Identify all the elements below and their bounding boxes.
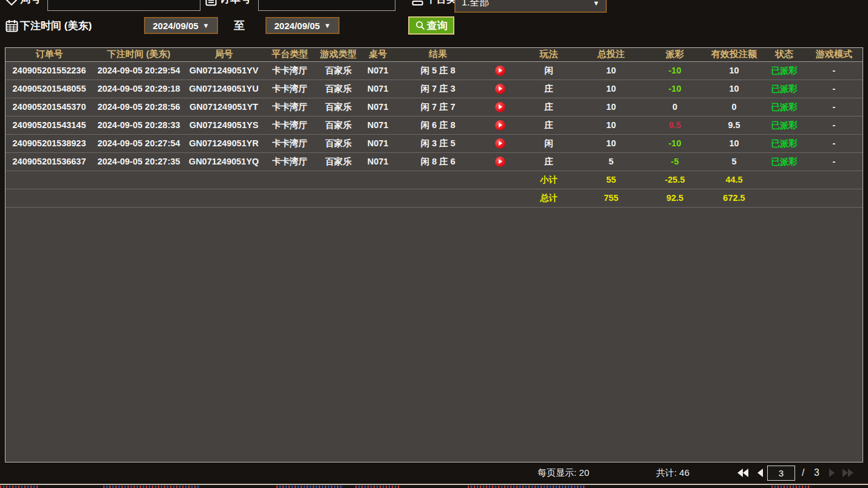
- cell-total-bet: 5: [578, 152, 644, 171]
- cell-total-bet: 10: [578, 61, 644, 80]
- cell-status: 已派彩: [763, 134, 805, 152]
- grand-total-payout: 92.5: [644, 189, 705, 207]
- last-page-button[interactable]: [841, 467, 855, 479]
- play-icon: [498, 104, 502, 109]
- bet-time-label: 下注时间 (美东): [20, 15, 92, 36]
- cell-play: 庄: [520, 116, 578, 134]
- cell-bet-time: 2024-09-05 20:27:35: [93, 152, 185, 171]
- play-icon: [498, 141, 502, 146]
- search-button[interactable]: 查询: [408, 16, 454, 35]
- play-replay-button[interactable]: [495, 84, 505, 94]
- cell-order-id: 240905201543145: [5, 116, 93, 134]
- round-input[interactable]: [47, 0, 200, 11]
- order-input[interactable]: [258, 0, 395, 11]
- background-divider: [0, 484, 868, 485]
- page-number-input[interactable]: [767, 466, 795, 481]
- round-field-label: 局号: [20, 0, 41, 11]
- cell-game-type: 百家乐: [316, 152, 360, 171]
- table-row: 240905201545370 2024-09-05 20:28:56 GN07…: [5, 98, 863, 116]
- cell-platform: 卡卡湾厅: [263, 61, 316, 80]
- cell-round-id: GN071249051YU: [185, 80, 263, 98]
- col-game-type: 游戏类型: [316, 48, 360, 61]
- play-replay-button[interactable]: [495, 102, 505, 112]
- background-roadmap-dots: [468, 486, 586, 488]
- cell-bet-time: 2024-09-05 20:28:33: [93, 116, 185, 134]
- cell-game-mode: -: [805, 98, 863, 116]
- date-from-value: 2024/09/05: [153, 21, 199, 31]
- play-replay-button[interactable]: [495, 66, 505, 76]
- first-page-button[interactable]: [736, 467, 750, 479]
- platform-card-icon: [411, 0, 424, 11]
- col-result: 结果: [395, 48, 480, 61]
- cell-table-no: N071: [360, 61, 395, 80]
- cell-table-no: N071: [360, 152, 395, 171]
- play-replay-button[interactable]: [495, 138, 505, 149]
- cell-total-bet: 10: [578, 80, 644, 98]
- col-payout: 派彩: [644, 48, 705, 61]
- next-page-icon: [829, 469, 835, 477]
- grand-total-row: 总计 755 92.5 672.5: [5, 189, 863, 207]
- chevron-down-icon: ▼: [324, 22, 331, 29]
- date-from-picker[interactable]: 2024/09/05 ▼: [144, 17, 218, 34]
- col-play: 玩法: [520, 48, 578, 61]
- cell-result: 闲 3 庄 5: [395, 134, 480, 152]
- cell-valid-bet: 5: [705, 152, 763, 171]
- cell-payout: -10: [644, 61, 705, 80]
- first-page-icon: [737, 469, 749, 477]
- cell-game-type: 百家乐: [316, 98, 360, 116]
- cell-valid-bet: 9.5: [705, 116, 763, 134]
- date-to-value: 2024/09/05: [275, 21, 320, 31]
- play-replay-button[interactable]: [495, 157, 505, 167]
- cell-payout: 9.5: [644, 116, 705, 134]
- cell-status: 已派彩: [763, 98, 805, 116]
- chevron-down-icon: ▼: [203, 22, 210, 29]
- col-order-id: 订单号: [5, 48, 93, 61]
- cell-payout: -10: [644, 80, 705, 98]
- cell-round-id: GN071249051YT: [185, 98, 263, 116]
- cell-status: 已派彩: [763, 80, 805, 98]
- table-row: 240905201552236 2024-09-05 20:29:54 GN07…: [5, 61, 863, 80]
- play-replay-button[interactable]: [495, 120, 505, 130]
- play-icon: [498, 123, 502, 127]
- col-status: 状态: [763, 48, 805, 61]
- cell-status: 已派彩: [763, 116, 805, 134]
- col-valid-bet: 有效投注额: [705, 48, 763, 61]
- date-to-picker[interactable]: 2024/09/05 ▼: [265, 17, 340, 34]
- cell-table-no: N071: [360, 98, 395, 116]
- grand-total-label: 总计: [520, 189, 578, 207]
- cell-game-type: 百家乐: [316, 61, 360, 80]
- subtotal-payout: -25.5: [644, 171, 705, 189]
- play-icon: [498, 68, 502, 73]
- cell-play: 庄: [520, 80, 578, 98]
- cell-game-mode: -: [805, 61, 863, 80]
- cell-game-type: 百家乐: [316, 80, 360, 98]
- platform-select[interactable]: 1.全部 ▼: [454, 0, 607, 13]
- subtotal-label: 小计: [520, 171, 578, 189]
- platform-select-value: 1.全部: [462, 0, 489, 9]
- cell-round-id: GN071249051YR: [185, 134, 263, 152]
- cell-bet-time: 2024-09-05 20:29:54: [93, 61, 185, 80]
- background-roadmap-dots: [276, 486, 343, 488]
- page-separator: /: [802, 467, 804, 478]
- cell-platform: 卡卡湾厅: [263, 98, 316, 116]
- cell-payout: 0: [644, 98, 705, 116]
- cell-order-id: 240905201552236: [5, 61, 93, 80]
- table-row: 240905201543145 2024-09-05 20:28:33 GN07…: [5, 116, 863, 134]
- cell-game-mode: -: [805, 80, 863, 98]
- prev-page-icon: [757, 469, 764, 477]
- calendar-icon: [5, 15, 18, 36]
- cell-total-bet: 10: [578, 116, 644, 134]
- subtotal-valid-bet: 44.5: [705, 171, 763, 189]
- cell-play: 闲: [520, 134, 578, 152]
- cell-bet-time: 2024-09-05 20:28:56: [93, 98, 185, 116]
- cell-valid-bet: 10: [705, 80, 763, 98]
- last-page-icon: [842, 469, 854, 477]
- prev-page-button[interactable]: [753, 467, 767, 479]
- table-row: 240905201538923 2024-09-05 20:27:54 GN07…: [5, 134, 863, 152]
- cell-order-id: 240905201536637: [5, 152, 93, 171]
- next-page-button[interactable]: [825, 467, 838, 479]
- diamond-icon: [5, 0, 18, 11]
- pagination-bar: 每页显示: 20 共计: 46 / 3: [0, 464, 868, 483]
- play-icon: [498, 86, 502, 91]
- cell-total-bet: 10: [578, 98, 644, 116]
